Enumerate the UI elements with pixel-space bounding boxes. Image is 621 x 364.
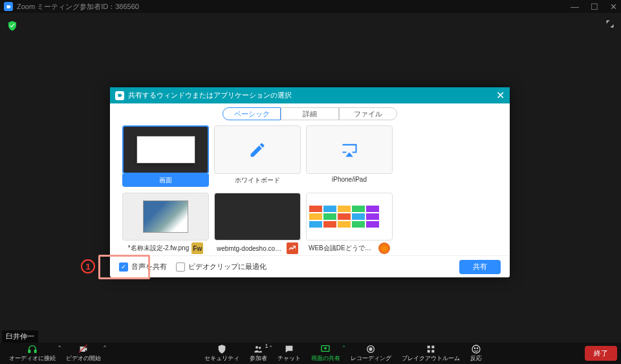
- audio-button[interactable]: オーディオに接続 ^: [4, 343, 61, 364]
- share-item-iphone-ipad[interactable]: iPhone/iPad: [305, 125, 393, 189]
- svg-point-3: [256, 346, 258, 348]
- record-button[interactable]: レコーディング: [345, 343, 397, 364]
- share-item-whiteboard[interactable]: ホワイトボード: [213, 125, 301, 189]
- share-item-label: 画面: [159, 176, 172, 185]
- svg-point-4: [259, 347, 261, 348]
- fireworks-icon: Fw: [191, 242, 203, 254]
- airplay-icon: [340, 141, 358, 159]
- share-item-label: webmtg-dodesho.com - Rank Tra…: [217, 245, 284, 252]
- optimize-video-checkbox[interactable]: ビデオクリップに最適化: [176, 262, 267, 272]
- window-maximize-button[interactable]: ☐: [591, 2, 598, 12]
- fullscreen-icon[interactable]: [605, 19, 615, 30]
- svg-rect-1: [34, 350, 36, 352]
- tab-basic[interactable]: ベーシック: [223, 107, 281, 120]
- optimize-video-label: ビデオクリップに最適化: [188, 262, 267, 272]
- encryption-shield-icon[interactable]: [6, 19, 18, 32]
- ranktracker-icon: [287, 242, 298, 254]
- share-item-app-firefox[interactable]: WEB会議DEどうでしょう | この一言…: [305, 193, 393, 255]
- video-off-icon: [78, 344, 89, 354]
- svg-rect-8: [427, 346, 430, 348]
- chat-button[interactable]: チャット: [272, 343, 306, 364]
- share-audio-checkbox[interactable]: 音声を共有: [119, 262, 167, 272]
- meeting-toolbar: オーディオに接続 ^ ビデオの開始 ^ セキュリティ 参加者 1 ^ チャット …: [0, 343, 621, 364]
- participants-count: 1: [265, 343, 268, 349]
- participant-name-badge: 臼井伸一: [2, 330, 38, 343]
- share-item-label: ホワイトボード: [235, 176, 280, 185]
- reactions-button[interactable]: 反応: [465, 343, 487, 364]
- svg-point-12: [472, 345, 480, 353]
- share-options-grid: 画面 ホワイトボード iPhone/iPad *名称未設定-2.fw.png F…: [110, 124, 510, 255]
- svg-point-14: [477, 348, 477, 348]
- record-icon: [365, 344, 376, 354]
- dialog-header: 共有するウィンドウまたはアプリケーションの選択 ✕: [110, 87, 510, 103]
- dialog-close-button[interactable]: ✕: [496, 89, 505, 102]
- smile-icon: [471, 344, 481, 354]
- chevron-up-icon[interactable]: ^: [104, 344, 106, 350]
- headphones-icon: [27, 344, 38, 354]
- window-title: Zoom ミーティング参加者ID：386560: [17, 2, 139, 12]
- window-close-button[interactable]: ✕: [610, 2, 617, 12]
- share-item-label: *名称未設定-2.fw.png: [128, 244, 189, 253]
- svg-point-13: [474, 348, 475, 348]
- checkbox-icon: [119, 262, 128, 272]
- tab-advanced[interactable]: 詳細: [281, 107, 339, 120]
- checkbox-icon: [176, 262, 185, 272]
- share-item-label: iPhone/iPad: [332, 176, 367, 183]
- end-meeting-button[interactable]: 終了: [585, 346, 617, 361]
- svg-point-7: [369, 348, 372, 350]
- title-bar: Zoom ミーティング参加者ID：386560 — ☐ ✕: [0, 0, 621, 13]
- breakout-rooms-button[interactable]: ブレイクアウトルーム: [397, 343, 465, 364]
- share-screen-button[interactable]: 画面の共有 ^: [306, 343, 345, 364]
- svg-rect-10: [427, 350, 430, 352]
- share-item-label: WEB会議DEどうでしょう | この一言…: [309, 244, 376, 253]
- firefox-icon: [378, 242, 390, 254]
- zoom-app-icon: [4, 2, 13, 11]
- share-item-app-ranktracker[interactable]: webmtg-dodesho.com - Rank Tra…: [213, 193, 301, 255]
- svg-rect-0: [28, 350, 30, 352]
- share-audio-label: 音声を共有: [131, 262, 167, 272]
- shield-icon: [217, 344, 227, 354]
- share-screen-icon: [320, 344, 331, 354]
- dialog-tabs: ベーシック 詳細 ファイル: [110, 103, 510, 124]
- share-item-app-fireworks[interactable]: *名称未設定-2.fw.png Fw: [122, 193, 210, 255]
- svg-rect-11: [431, 350, 434, 352]
- share-item-screen[interactable]: 画面: [122, 125, 210, 189]
- share-screen-dialog: 共有するウィンドウまたはアプリケーションの選択 ✕ ベーシック 詳細 ファイル …: [110, 87, 510, 277]
- pencil-icon: [248, 141, 267, 159]
- share-button[interactable]: 共有: [459, 260, 501, 274]
- participants-icon: [253, 344, 263, 354]
- security-button[interactable]: セキュリティ: [199, 343, 245, 364]
- video-button[interactable]: ビデオの開始 ^: [61, 343, 106, 364]
- grid-icon: [426, 344, 436, 354]
- chat-icon: [284, 344, 294, 354]
- dialog-footer: 音声を共有 ビデオクリップに最適化 共有: [110, 255, 510, 277]
- zoom-dialog-icon: [115, 91, 124, 100]
- window-minimize-button[interactable]: —: [571, 2, 579, 12]
- svg-rect-9: [431, 346, 434, 348]
- dialog-title: 共有するウィンドウまたはアプリケーションの選択: [128, 91, 292, 100]
- participants-button[interactable]: 参加者 1 ^: [245, 343, 272, 364]
- tab-file[interactable]: ファイル: [339, 107, 397, 120]
- annotation-number-1: 1: [81, 259, 95, 273]
